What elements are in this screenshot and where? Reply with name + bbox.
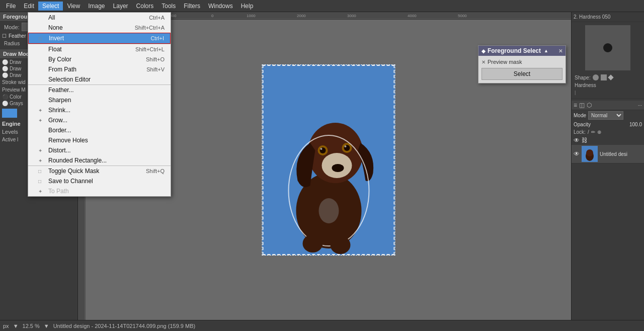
- menu-windows[interactable]: Windows: [204, 2, 237, 11]
- menu-select-by-color-label: By Color: [48, 56, 71, 63]
- select-button[interactable]: Select: [481, 68, 562, 80]
- divider-1: [572, 98, 644, 99]
- select-dropdown-menu: All Ctrl+A None Shift+Ctrl+A □ Invert Ct…: [28, 12, 171, 197]
- chain-icon[interactable]: ⛓: [582, 137, 588, 144]
- menu-select-selection-editor[interactable]: Selection Editor: [28, 74, 171, 85]
- layer-item[interactable]: 👁 Untitled desi: [572, 145, 644, 163]
- fg-select-title-bar: ◆ Foreground Select ▲ ✕: [478, 46, 566, 56]
- menu-select-distort[interactable]: ✦ Distort...: [28, 145, 171, 155]
- svg-point-21: [332, 164, 344, 172]
- menu-select-float[interactable]: Float Shift+Ctrl+L: [28, 44, 171, 54]
- menu-select-all[interactable]: All Ctrl+A: [28, 13, 171, 23]
- menu-select-toggle-quick-mask[interactable]: □ Toggle Quick Mask Shift+Q: [28, 166, 171, 176]
- eye-icon[interactable]: 👁: [574, 137, 580, 144]
- menu-select-selection-editor-label: Selection Editor: [48, 76, 91, 83]
- menu-colors[interactable]: Colors: [132, 2, 158, 11]
- brush-dot: [603, 43, 612, 52]
- feather-checkbox[interactable]: ☐: [2, 33, 7, 39]
- image-container: [262, 64, 395, 256]
- layer-eye-icon[interactable]: 👁: [574, 150, 580, 157]
- svg-text:3000: 3000: [347, 14, 356, 18]
- distort-icon: ✦: [38, 148, 45, 153]
- menu-image[interactable]: Image: [84, 2, 109, 11]
- grays-radio[interactable]: ⚪: [2, 101, 8, 106]
- more-icon[interactable]: ···: [638, 103, 642, 108]
- lock-move-icon[interactable]: ⊕: [597, 129, 601, 135]
- mode-select-dropdown[interactable]: Normal: [588, 111, 623, 120]
- menu-layer[interactable]: Layer: [109, 2, 132, 11]
- shape-square-icon[interactable]: [601, 74, 607, 80]
- menu-file[interactable]: File: [2, 2, 20, 11]
- toggle-quick-mask-icon: □: [38, 169, 45, 174]
- layers-toolbar: ≡ ◫ ⬡ ···: [572, 101, 644, 110]
- menu-select-sharpen-label: Sharpen: [48, 97, 71, 104]
- draw-radio-2[interactable]: ⚪: [2, 66, 8, 71]
- lock-paint-icon[interactable]: ✏: [591, 129, 595, 135]
- menu-select-feather-label: Feather...: [48, 87, 74, 94]
- to-path-icon: ✦: [38, 189, 45, 194]
- hardness-value: |: [572, 89, 644, 96]
- brush-preview: [585, 25, 630, 70]
- menu-select-by-color-shortcut: Shift+O: [146, 56, 165, 62]
- feather-label: Feather: [9, 33, 26, 39]
- menu-select-none[interactable]: None Shift+Ctrl+A: [28, 23, 171, 33]
- layer-name: Untitled desi: [600, 151, 642, 157]
- menu-select-float-shortcut: Shift+Ctrl+L: [135, 46, 165, 52]
- svg-text:0: 0: [211, 14, 214, 18]
- paths-icon[interactable]: ⬡: [587, 102, 592, 109]
- menu-select-from-path[interactable]: From Path Shift+V: [28, 64, 171, 74]
- opacity-row: Opacity 100.0: [572, 121, 644, 128]
- svg-text:4000: 4000: [408, 14, 417, 18]
- layers-icon[interactable]: ≡: [574, 102, 577, 109]
- menu-select-remove-holes[interactable]: Remove Holes: [28, 135, 171, 145]
- svg-text:5000: 5000: [458, 14, 467, 18]
- fg-select-expand-icon[interactable]: ▲: [544, 48, 548, 53]
- shape-diamond-icon[interactable]: [608, 74, 613, 80]
- menu-select-by-color[interactable]: By Color Shift+O: [28, 54, 171, 64]
- menu-select-save-to-channel[interactable]: □ Save to Channel: [28, 176, 171, 186]
- color-label: Color: [10, 94, 22, 100]
- color-radio[interactable]: ⚫: [2, 94, 8, 100]
- menu-select-float-label: Float: [48, 46, 62, 53]
- menu-select-shrink[interactable]: ✦ Shrink...: [28, 105, 171, 115]
- menu-edit[interactable]: Edit: [20, 2, 38, 11]
- rounded-rectangle-icon: ✦: [38, 158, 45, 163]
- menu-help[interactable]: Help: [237, 2, 258, 11]
- mode-label: Mode:: [2, 23, 22, 31]
- menu-select-remove-holes-label: Remove Holes: [48, 137, 88, 144]
- fg-select-title-label: Foreground Select: [488, 47, 541, 54]
- menu-select-rounded-rectangle[interactable]: ✦ Rounded Rectangle...: [28, 155, 171, 166]
- zoom-value: 12.5 %: [23, 323, 40, 329]
- svg-point-17: [320, 148, 322, 150]
- preview-mask-x-icon: ✕: [481, 59, 486, 65]
- menu-select-invert-label: Invert: [49, 35, 64, 42]
- shape-row: Shape:: [572, 73, 644, 81]
- opacity-label: Opacity: [574, 122, 591, 127]
- unit-dropdown-icon[interactable]: ▼: [13, 323, 19, 329]
- menu-select-toggle-quick-mask-label: Toggle Quick Mask: [48, 168, 99, 175]
- grow-icon: ✦: [38, 118, 45, 123]
- menu-view[interactable]: View: [63, 2, 84, 11]
- shape-circle-icon[interactable]: [593, 74, 599, 80]
- color-swatch[interactable]: [2, 109, 17, 118]
- fg-select-close-button[interactable]: ✕: [558, 48, 562, 54]
- svg-point-28: [586, 149, 593, 156]
- layer-visibility-row: 👁 ⛓: [572, 136, 644, 145]
- menu-select-sharpen[interactable]: Sharpen: [28, 95, 171, 105]
- menu-filters[interactable]: Filters: [180, 2, 204, 11]
- channels-icon[interactable]: ◫: [579, 102, 585, 109]
- menu-select-all-label: All: [48, 14, 55, 21]
- menu-tools[interactable]: Tools: [157, 2, 180, 11]
- draw-radio-1[interactable]: ⚪: [2, 59, 8, 65]
- menu-select-to-path[interactable]: ✦ To Path: [28, 186, 171, 196]
- menu-select-invert[interactable]: □ Invert Ctrl+I: [28, 33, 171, 44]
- zoom-dropdown-icon[interactable]: ▼: [44, 323, 49, 329]
- shrink-icon: ✦: [38, 108, 45, 113]
- menu-select[interactable]: Select: [38, 2, 63, 11]
- lock-slash-icon[interactable]: /: [588, 129, 589, 135]
- menu-select-border[interactable]: Border...: [28, 125, 171, 135]
- menu-select-grow[interactable]: ✦ Grow...: [28, 115, 171, 125]
- menu-select-feather[interactable]: Feather...: [28, 85, 171, 95]
- draw-radio-3[interactable]: ⚪: [2, 72, 8, 78]
- grays-label: Grays: [10, 101, 23, 106]
